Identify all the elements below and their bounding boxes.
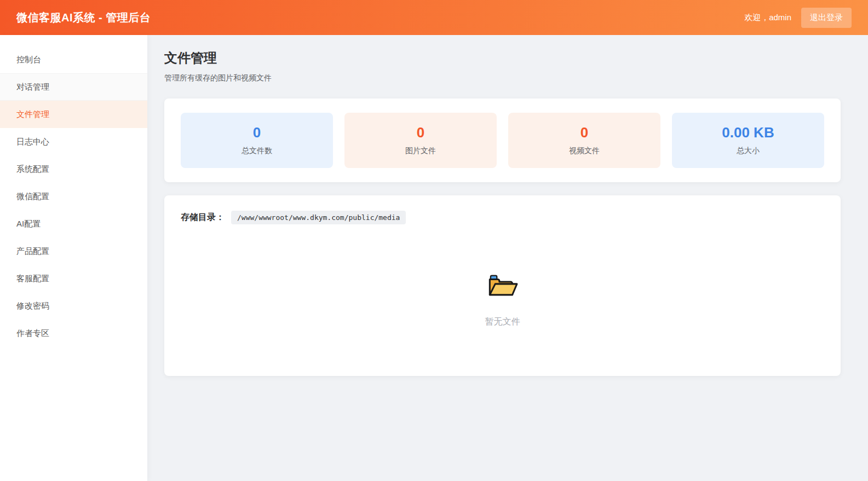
logout-button[interactable]: 退出登录 (801, 8, 852, 28)
stat-total-files-label: 总文件数 (186, 146, 327, 156)
stat-image-files: 0 图片文件 (344, 113, 497, 168)
storage-directory-path: /www/wwwroot/www.dkym.com/public/media (231, 211, 406, 224)
sidebar-item-wechat-config[interactable]: 微信配置 (0, 183, 147, 210)
empty-file-text: 暂无文件 (181, 316, 824, 328)
stat-video-files-value: 0 (514, 124, 655, 141)
storage-directory-label: 存储目录： (181, 212, 225, 223)
stat-total-files-value: 0 (186, 124, 327, 141)
stat-total-size: 0.00 KB 总大小 (672, 113, 824, 168)
sidebar-item-logs[interactable]: 日志中心 (0, 128, 147, 155)
sidebar-item-author[interactable]: 作者专区 (0, 320, 147, 347)
app-header: 微信客服AI系统 - 管理后台 欢迎，admin 退出登录 (0, 0, 868, 35)
sidebar-item-password[interactable]: 修改密码 (0, 292, 147, 320)
page-layout: 控制台 对话管理 文件管理 日志中心 系统配置 微信配置 AI配置 产品配置 客… (0, 35, 868, 481)
page-title: 文件管理 (164, 49, 841, 67)
sidebar-item-files[interactable]: 文件管理 (0, 101, 147, 128)
stat-image-files-value: 0 (350, 124, 491, 141)
stat-video-files-label: 视频文件 (514, 146, 655, 156)
main-content: 文件管理 管理所有缓存的图片和视频文件 0 总文件数 0 图片文件 0 视频文件… (148, 35, 868, 481)
sidebar-item-ai-config[interactable]: AI配置 (0, 210, 147, 237)
stats-card: 0 总文件数 0 图片文件 0 视频文件 0.00 KB 总大小 (164, 98, 841, 182)
empty-file-list: 暂无文件 (181, 224, 824, 361)
app-title: 微信客服AI系统 - 管理后台 (16, 10, 151, 25)
storage-directory-row: 存储目录： /www/wwwroot/www.dkym.com/public/m… (181, 211, 824, 224)
header-user-area: 欢迎，admin 退出登录 (744, 8, 852, 28)
stat-image-files-label: 图片文件 (350, 146, 491, 156)
sidebar-item-service-config[interactable]: 客服配置 (0, 265, 147, 292)
sidebar-item-product-config[interactable]: 产品配置 (0, 237, 147, 265)
sidebar-item-system-config[interactable]: 系统配置 (0, 155, 147, 183)
stats-grid: 0 总文件数 0 图片文件 0 视频文件 0.00 KB 总大小 (181, 113, 824, 168)
sidebar-item-chat[interactable]: 对话管理 (0, 73, 147, 101)
page-subtitle: 管理所有缓存的图片和视频文件 (164, 73, 841, 83)
sidebar-nav: 控制台 对话管理 文件管理 日志中心 系统配置 微信配置 AI配置 产品配置 客… (0, 35, 148, 481)
open-folder-icon (487, 274, 519, 301)
stat-total-size-value: 0.00 KB (677, 124, 819, 141)
sidebar-item-dashboard[interactable]: 控制台 (0, 46, 147, 73)
files-card: 存储目录： /www/wwwroot/www.dkym.com/public/m… (164, 195, 841, 376)
stat-video-files: 0 视频文件 (508, 113, 660, 168)
stat-total-files: 0 总文件数 (181, 113, 333, 168)
welcome-text: 欢迎，admin (744, 13, 791, 23)
stat-total-size-label: 总大小 (677, 146, 819, 156)
